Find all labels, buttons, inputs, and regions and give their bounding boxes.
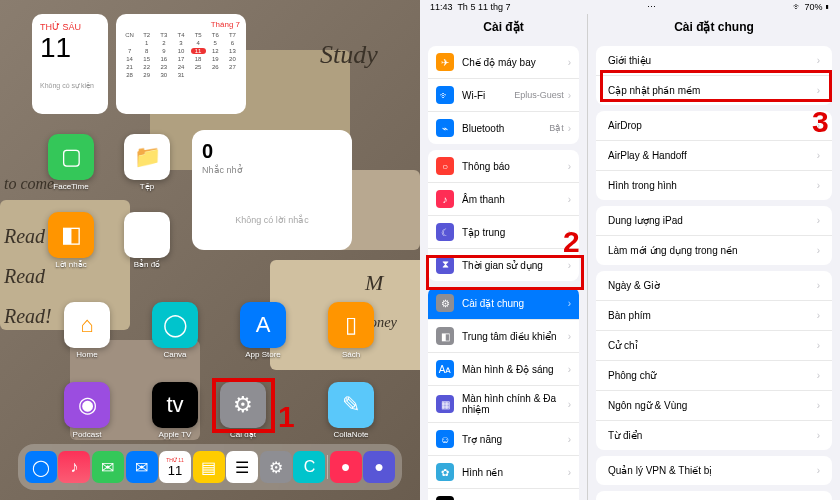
row-label: Thông báo [462, 161, 568, 172]
row-label: Phông chữ [608, 370, 817, 381]
row-label: Ngày & Giờ [608, 280, 817, 291]
row-value: Eplus-Guest [514, 90, 564, 100]
chevron-icon: › [568, 399, 571, 410]
app-label: App Store [233, 350, 293, 359]
podcasts-app-icon[interactable]: ◉ [64, 382, 110, 428]
dock-mail-icon[interactable]: ✉ [126, 451, 158, 483]
chevron-icon: › [568, 90, 571, 101]
row-label: AirDrop [608, 120, 817, 131]
row-label: Ngôn ngữ & Vùng [608, 400, 817, 411]
shortcuts-app-icon[interactable]: ◧ [48, 212, 94, 258]
dock-calendar-icon[interactable]: THỨ 11 11 [159, 451, 191, 483]
detail-row[interactable]: AirDrop› [596, 111, 832, 141]
settings-row[interactable]: ✿Hình nền› [428, 456, 579, 489]
canva-app-icon[interactable]: ◯ [152, 302, 198, 348]
detail-row[interactable]: Phông chữ› [596, 361, 832, 391]
settings-row[interactable]: ◧Trung tâm điều khiển› [428, 320, 579, 353]
settings-row[interactable]: ◉Siri & Tìm kiếm› [428, 489, 579, 500]
row-label: Cài đặt chung [462, 298, 568, 309]
chevron-icon: › [568, 434, 571, 445]
detail-row[interactable]: Ngày & Giờ› [596, 271, 832, 301]
chevron-icon: › [568, 161, 571, 172]
detail-row[interactable]: Từ điển› [596, 421, 832, 450]
detail-row[interactable]: Làm mới ứng dụng trong nền› [596, 236, 832, 265]
app-label: Bản đồ [117, 260, 177, 269]
chevron-icon: › [568, 298, 571, 309]
facetime-app-icon[interactable]: ▢ [48, 134, 94, 180]
detail-group: Ngày & Giờ›Bàn phím›Cử chỉ›Phông chữ›Ngô… [596, 271, 832, 450]
row-label: Bluetooth [462, 123, 549, 134]
detail-row[interactable]: Pháp lý & Quy định› [596, 491, 832, 500]
row-label: Trợ năng [462, 434, 568, 445]
dock-messages-icon[interactable]: ✉ [92, 451, 124, 483]
app-label: Apple TV [145, 430, 205, 439]
row-label: Hình trong hình [608, 180, 817, 191]
dock-canva-icon[interactable]: C [293, 451, 325, 483]
sidebar-title: Cài đặt [420, 14, 587, 40]
chevron-icon: › [817, 465, 820, 476]
home-app-icon[interactable]: ⌂ [64, 302, 110, 348]
app-label: Tệp [117, 182, 177, 191]
dock-recent-icon[interactable]: ● [363, 451, 395, 483]
detail-row[interactable]: AirPlay & Handoff› [596, 141, 832, 171]
settings-row[interactable]: ♪Âm thanh› [428, 183, 579, 216]
row-label: Màn hình chính & Đa nhiệm [462, 393, 568, 415]
maps-app-icon[interactable]: 🗺 [124, 212, 170, 258]
app-label: Lời nhắc [41, 260, 101, 269]
chevron-icon: › [817, 400, 820, 411]
detail-row[interactable]: Hình trong hình› [596, 171, 832, 200]
app-label: FaceTime [41, 182, 101, 191]
files-app-icon[interactable]: 📁 [124, 134, 170, 180]
status-battery: ᯤ 70% ▮ [793, 2, 830, 12]
status-bar: 11:43 Th 5 11 thg 7 ⋯ ᯤ 70% ▮ [420, 0, 840, 14]
settings-row[interactable]: ✈︎Chế độ máy bay› [428, 46, 579, 79]
chevron-icon: › [817, 430, 820, 441]
appletv-app-icon[interactable]: tv [152, 382, 198, 428]
chevron-icon: › [568, 123, 571, 134]
settings-row[interactable]: ⌁BluetoothBật› [428, 112, 579, 144]
row-label: Bàn phím [608, 310, 817, 321]
detail-row[interactable]: Cử chỉ› [596, 331, 832, 361]
settings-row[interactable]: ☺Trợ năng› [428, 423, 579, 456]
detail-row[interactable]: Ngôn ngữ & Vùng› [596, 391, 832, 421]
collanote-app-icon[interactable]: ✎ [328, 382, 374, 428]
row-label: AirPlay & Handoff [608, 150, 817, 161]
ipad-homescreen: Study to come Read Read Read! M Save mon… [0, 0, 420, 500]
detail-group: Pháp lý & Quy định› [596, 491, 832, 500]
detail-row[interactable]: Dung lượng iPad› [596, 206, 832, 236]
chevron-icon: › [568, 57, 571, 68]
app-label: Canva [145, 350, 205, 359]
dock-notes-icon[interactable]: ▤ [193, 451, 225, 483]
chevron-icon: › [817, 280, 820, 291]
detail-row[interactable]: Quản lý VPN & Thiết bị› [596, 456, 832, 485]
row-label: Chế độ máy bay [462, 57, 568, 68]
row-icon: ⚙ [436, 294, 454, 312]
row-label: Làm mới ứng dụng trong nền [608, 245, 817, 256]
detail-title: Cài đặt chung [588, 14, 840, 40]
dock-safari-icon[interactable]: ◯ [25, 451, 57, 483]
annotation-number-1: 1 [278, 400, 295, 434]
dock-music-icon[interactable]: ♪ [58, 451, 90, 483]
settings-row[interactable]: ☾Tập trung› [428, 216, 579, 249]
row-icon: ☾ [436, 223, 454, 241]
dock-settings-icon[interactable]: ⚙ [260, 451, 292, 483]
row-label: Dung lượng iPad [608, 215, 817, 226]
dock-reminders-icon[interactable]: ☰ [226, 451, 258, 483]
row-label: Màn hình & Độ sáng [462, 364, 568, 375]
row-icon: ◉ [436, 496, 454, 500]
books-app-icon[interactable]: ▯ [328, 302, 374, 348]
settings-row[interactable]: ᯤWi-FiEplus-Guest› [428, 79, 579, 112]
row-icon: Aᴀ [436, 360, 454, 378]
settings-row[interactable]: AᴀMàn hình & Độ sáng› [428, 353, 579, 386]
appstore-app-icon[interactable]: A [240, 302, 286, 348]
chevron-icon: › [817, 150, 820, 161]
settings-row[interactable]: ⚙Cài đặt chung› [428, 287, 579, 320]
row-label: Cử chỉ [608, 340, 817, 351]
settings-row[interactable]: ○Thông báo› [428, 150, 579, 183]
dock-recent-icon[interactable]: ● [330, 451, 362, 483]
dock-divider [327, 455, 328, 479]
settings-row[interactable]: ▦Màn hình chính & Đa nhiệm› [428, 386, 579, 423]
row-icon: ⌁ [436, 119, 454, 137]
detail-row[interactable]: Bàn phím› [596, 301, 832, 331]
status-time: 11:43 Th 5 11 thg 7 [430, 2, 510, 12]
